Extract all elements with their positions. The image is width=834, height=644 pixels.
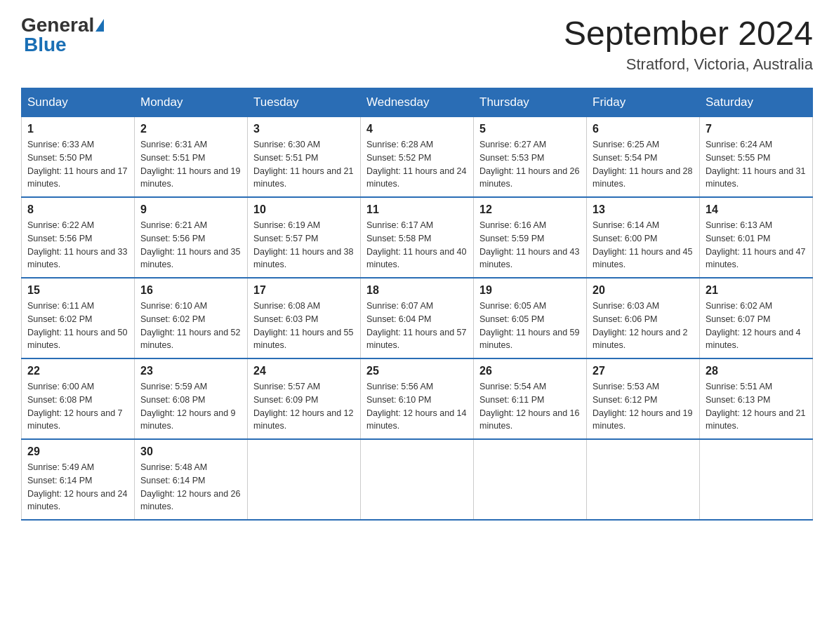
table-row: 5Sunrise: 6:27 AMSunset: 5:53 PMDaylight… xyxy=(474,117,587,198)
day-info: Sunrise: 5:51 AMSunset: 6:13 PMDaylight:… xyxy=(706,380,807,433)
table-row xyxy=(474,439,587,520)
day-number: 9 xyxy=(140,203,241,216)
day-info: Sunrise: 6:00 AMSunset: 6:08 PMDaylight:… xyxy=(27,380,128,433)
table-row: 7Sunrise: 6:24 AMSunset: 5:55 PMDaylight… xyxy=(700,117,813,198)
table-row: 3Sunrise: 6:30 AMSunset: 5:51 PMDaylight… xyxy=(248,117,361,198)
day-number: 8 xyxy=(27,203,128,216)
day-info: Sunrise: 6:08 AMSunset: 6:03 PMDaylight:… xyxy=(253,300,355,352)
day-info: Sunrise: 6:03 AMSunset: 6:06 PMDaylight:… xyxy=(593,300,694,352)
day-number: 22 xyxy=(27,365,128,377)
day-number: 27 xyxy=(593,365,694,377)
day-info: Sunrise: 6:17 AMSunset: 5:58 PMDaylight:… xyxy=(366,219,468,271)
table-row: 30Sunrise: 5:48 AMSunset: 6:14 PMDayligh… xyxy=(135,439,248,520)
day-info: Sunrise: 6:16 AMSunset: 5:59 PMDaylight:… xyxy=(479,219,581,271)
table-row: 8Sunrise: 6:22 AMSunset: 5:56 PMDaylight… xyxy=(22,197,135,278)
table-row: 15Sunrise: 6:11 AMSunset: 6:02 PMDayligh… xyxy=(22,278,135,358)
day-number: 4 xyxy=(366,123,468,135)
calendar-table: Sunday Monday Tuesday Wednesday Thursday… xyxy=(21,88,813,521)
day-info: Sunrise: 6:14 AMSunset: 6:00 PMDaylight:… xyxy=(593,219,694,271)
table-row: 17Sunrise: 6:08 AMSunset: 6:03 PMDayligh… xyxy=(248,278,361,358)
table-row: 22Sunrise: 6:00 AMSunset: 6:08 PMDayligh… xyxy=(22,358,135,439)
day-info: Sunrise: 6:21 AMSunset: 5:56 PMDaylight:… xyxy=(140,219,241,271)
day-number: 1 xyxy=(27,123,128,135)
table-row: 25Sunrise: 5:56 AMSunset: 6:10 PMDayligh… xyxy=(361,358,474,439)
day-number: 21 xyxy=(706,284,807,297)
day-info: Sunrise: 6:19 AMSunset: 5:57 PMDaylight:… xyxy=(253,219,355,271)
day-info: Sunrise: 5:54 AMSunset: 6:11 PMDaylight:… xyxy=(479,380,581,433)
table-row: 12Sunrise: 6:16 AMSunset: 5:59 PMDayligh… xyxy=(474,197,587,278)
day-number: 15 xyxy=(27,284,128,297)
day-number: 12 xyxy=(479,203,581,216)
day-number: 28 xyxy=(706,365,807,377)
day-number: 3 xyxy=(253,123,355,135)
table-row: 18Sunrise: 6:07 AMSunset: 6:04 PMDayligh… xyxy=(361,278,474,358)
calendar-week-row: 15Sunrise: 6:11 AMSunset: 6:02 PMDayligh… xyxy=(22,278,813,358)
day-number: 11 xyxy=(366,203,468,216)
calendar-header-row: Sunday Monday Tuesday Wednesday Thursday… xyxy=(22,88,813,117)
table-row: 28Sunrise: 5:51 AMSunset: 6:13 PMDayligh… xyxy=(700,358,813,439)
col-sunday: Sunday xyxy=(22,88,135,117)
day-number: 16 xyxy=(140,284,241,297)
month-title: September 2024 xyxy=(564,14,813,53)
title-area: September 2024 Stratford, Victoria, Aust… xyxy=(564,14,813,74)
day-info: Sunrise: 6:27 AMSunset: 5:53 PMDaylight:… xyxy=(479,138,581,191)
table-row: 26Sunrise: 5:54 AMSunset: 6:11 PMDayligh… xyxy=(474,358,587,439)
day-number: 23 xyxy=(140,365,241,377)
table-row: 21Sunrise: 6:02 AMSunset: 6:07 PMDayligh… xyxy=(700,278,813,358)
table-row: 24Sunrise: 5:57 AMSunset: 6:09 PMDayligh… xyxy=(248,358,361,439)
table-row: 2Sunrise: 6:31 AMSunset: 5:51 PMDaylight… xyxy=(135,117,248,198)
table-row: 23Sunrise: 5:59 AMSunset: 6:08 PMDayligh… xyxy=(135,358,248,439)
day-info: Sunrise: 6:22 AMSunset: 5:56 PMDaylight:… xyxy=(27,219,128,271)
table-row xyxy=(700,439,813,520)
day-info: Sunrise: 5:56 AMSunset: 6:10 PMDaylight:… xyxy=(366,380,468,433)
page-header: General Blue September 2024 Stratford, V… xyxy=(21,14,813,74)
table-row xyxy=(587,439,700,520)
table-row: 14Sunrise: 6:13 AMSunset: 6:01 PMDayligh… xyxy=(700,197,813,278)
table-row: 11Sunrise: 6:17 AMSunset: 5:58 PMDayligh… xyxy=(361,197,474,278)
day-info: Sunrise: 5:48 AMSunset: 6:14 PMDaylight:… xyxy=(140,461,241,514)
day-info: Sunrise: 6:31 AMSunset: 5:51 PMDaylight:… xyxy=(140,138,241,191)
day-info: Sunrise: 5:59 AMSunset: 6:08 PMDaylight:… xyxy=(140,380,241,433)
day-number: 18 xyxy=(366,284,468,297)
day-info: Sunrise: 6:07 AMSunset: 6:04 PMDaylight:… xyxy=(366,300,468,352)
day-info: Sunrise: 5:49 AMSunset: 6:14 PMDaylight:… xyxy=(27,461,128,514)
day-number: 13 xyxy=(593,203,694,216)
col-saturday: Saturday xyxy=(700,88,813,117)
day-number: 24 xyxy=(253,365,355,377)
day-info: Sunrise: 6:11 AMSunset: 6:02 PMDaylight:… xyxy=(27,300,128,352)
logo-blue-text: Blue xyxy=(24,34,67,55)
calendar-week-row: 29Sunrise: 5:49 AMSunset: 6:14 PMDayligh… xyxy=(22,439,813,520)
day-number: 26 xyxy=(479,365,581,377)
table-row xyxy=(361,439,474,520)
day-number: 10 xyxy=(253,203,355,216)
col-friday: Friday xyxy=(587,88,700,117)
table-row: 6Sunrise: 6:25 AMSunset: 5:54 PMDaylight… xyxy=(587,117,700,198)
day-number: 2 xyxy=(140,123,241,135)
day-info: Sunrise: 5:57 AMSunset: 6:09 PMDaylight:… xyxy=(253,380,355,433)
day-number: 14 xyxy=(706,203,807,216)
table-row: 13Sunrise: 6:14 AMSunset: 6:00 PMDayligh… xyxy=(587,197,700,278)
day-info: Sunrise: 6:30 AMSunset: 5:51 PMDaylight:… xyxy=(253,138,355,191)
table-row: 4Sunrise: 6:28 AMSunset: 5:52 PMDaylight… xyxy=(361,117,474,198)
table-row: 27Sunrise: 5:53 AMSunset: 6:12 PMDayligh… xyxy=(587,358,700,439)
day-info: Sunrise: 6:05 AMSunset: 6:05 PMDaylight:… xyxy=(479,300,581,352)
day-info: Sunrise: 5:53 AMSunset: 6:12 PMDaylight:… xyxy=(593,380,694,433)
day-info: Sunrise: 6:25 AMSunset: 5:54 PMDaylight:… xyxy=(593,138,694,191)
col-thursday: Thursday xyxy=(474,88,587,117)
calendar-week-row: 8Sunrise: 6:22 AMSunset: 5:56 PMDaylight… xyxy=(22,197,813,278)
day-info: Sunrise: 6:24 AMSunset: 5:55 PMDaylight:… xyxy=(706,138,807,191)
day-info: Sunrise: 6:10 AMSunset: 6:02 PMDaylight:… xyxy=(140,300,241,352)
day-number: 20 xyxy=(593,284,694,297)
day-number: 5 xyxy=(479,123,581,135)
col-tuesday: Tuesday xyxy=(248,88,361,117)
table-row xyxy=(248,439,361,520)
logo-triangle-icon xyxy=(95,19,104,32)
day-number: 30 xyxy=(140,445,241,458)
col-monday: Monday xyxy=(135,88,248,117)
table-row: 19Sunrise: 6:05 AMSunset: 6:05 PMDayligh… xyxy=(474,278,587,358)
day-number: 6 xyxy=(593,123,694,135)
day-number: 25 xyxy=(366,365,468,377)
logo: General Blue xyxy=(21,14,102,56)
day-info: Sunrise: 6:13 AMSunset: 6:01 PMDaylight:… xyxy=(706,219,807,271)
day-info: Sunrise: 6:02 AMSunset: 6:07 PMDaylight:… xyxy=(706,300,807,352)
